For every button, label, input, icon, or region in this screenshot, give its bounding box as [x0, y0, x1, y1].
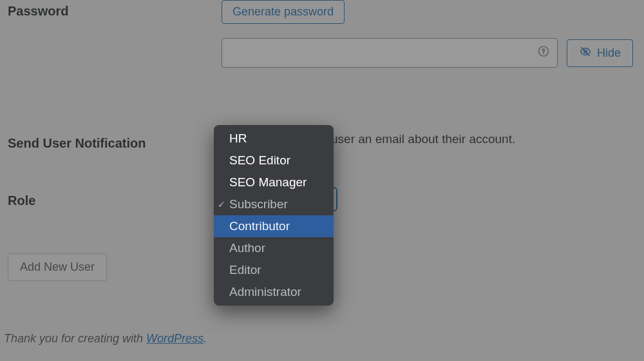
role-option[interactable]: Contributor — [214, 215, 334, 237]
notification-label: Send User Notification — [8, 132, 222, 151]
role-option[interactable]: HR — [214, 128, 334, 150]
wordpress-link[interactable]: WordPress — [146, 332, 204, 345]
svg-point-1 — [542, 49, 544, 51]
add-new-user-button[interactable]: Add New User — [8, 253, 107, 281]
role-dropdown[interactable]: HRSEO EditorSEO Manager SubscriberContri… — [214, 125, 334, 306]
role-option[interactable]: Author — [214, 237, 334, 259]
password-input[interactable] — [222, 38, 558, 68]
hide-password-button[interactable]: Hide — [567, 39, 633, 67]
password-strength-icon — [537, 45, 550, 61]
notification-text: user an email about their account. — [331, 132, 515, 146]
role-option[interactable]: SEO Editor — [214, 150, 334, 171]
footer-credit: Thank you for creating with WordPress. — [4, 332, 207, 346]
password-label: Password — [8, 0, 222, 19]
role-option[interactable]: Subscriber — [214, 193, 334, 215]
role-option[interactable]: Editor — [214, 259, 334, 281]
role-label: Role — [8, 190, 222, 208]
hide-button-label: Hide — [597, 46, 621, 60]
generate-password-button[interactable]: Generate password — [222, 0, 345, 24]
eye-slash-icon — [579, 46, 592, 61]
role-option[interactable]: Administrator — [214, 281, 334, 303]
role-option[interactable]: SEO Manager — [214, 171, 334, 193]
